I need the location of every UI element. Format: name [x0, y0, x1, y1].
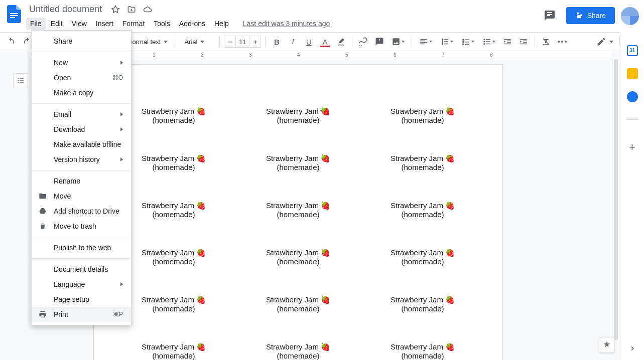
open-comments-button[interactable]: [541, 7, 558, 24]
label-cell[interactable]: Strawberry Jam 🍓(homemade): [360, 154, 485, 172]
menu-item-email[interactable]: Email: [32, 107, 131, 122]
menu-help[interactable]: Help: [210, 18, 233, 30]
menu-item-add-shortcut-to-drive[interactable]: Add shortcut to Drive: [32, 204, 131, 219]
label-cell[interactable]: Strawberry Jam 🍓(homemade): [360, 342, 485, 360]
add-addon-button[interactable]: +: [629, 141, 635, 154]
strawberry-icon: 🍓: [196, 295, 206, 304]
more-tools-button[interactable]: [555, 35, 569, 49]
insert-comment-button[interactable]: [372, 35, 387, 49]
menu-item-language[interactable]: Language: [32, 277, 131, 292]
submenu-arrow-icon: [120, 157, 123, 161]
clear-formatting-button[interactable]: [539, 35, 553, 49]
menu-item-label: Page setup: [54, 295, 89, 303]
menu-item-new[interactable]: New: [32, 55, 131, 70]
label-cell[interactable]: Strawberry Jam 🍓(homemade): [236, 154, 360, 172]
share-button[interactable]: Share: [566, 7, 615, 24]
drive-icon: [39, 207, 48, 215]
label-cell[interactable]: Strawberry Jam 🍓(homemade): [236, 248, 360, 266]
editing-mode-button[interactable]: [596, 37, 613, 47]
menu-item-label: Email: [54, 110, 71, 118]
strawberry-icon: 🍓: [321, 295, 330, 304]
menu-item-rename[interactable]: Rename: [32, 173, 131, 189]
align-button[interactable]: [416, 35, 435, 49]
menu-insert[interactable]: Insert: [92, 18, 117, 30]
highlight-button[interactable]: [334, 35, 348, 49]
label-cell[interactable]: Strawberry Jam 🍓(homemade): [360, 201, 485, 219]
docs-logo[interactable]: [4, 4, 24, 24]
line-spacing-button[interactable]: [437, 35, 456, 49]
move-to-folder-icon[interactable]: [127, 5, 136, 14]
app-header: Untitled document File Edit View Insert …: [0, 0, 644, 32]
menu-addons[interactable]: Add-ons: [175, 18, 209, 30]
menu-item-publish-to-the-web[interactable]: Publish to the web: [32, 240, 131, 255]
menu-item-page-setup[interactable]: Page setup: [32, 292, 131, 307]
menu-view[interactable]: View: [68, 18, 91, 30]
undo-button[interactable]: [4, 35, 18, 49]
strawberry-icon: 🍓: [196, 248, 206, 257]
ruler-tick: 1: [153, 52, 156, 58]
show-outline-button[interactable]: [13, 73, 28, 88]
strawberry-icon: 🍓: [445, 342, 455, 351]
star-icon[interactable]: [111, 5, 120, 14]
insert-link-button[interactable]: [356, 35, 370, 49]
document-page[interactable]: Strawberry Jam 🍓(homemade)Strawberry Jam…: [93, 64, 503, 360]
vertical-scrollbar[interactable]: [614, 59, 618, 340]
menu-edit[interactable]: Edit: [47, 18, 67, 30]
menu-item-download[interactable]: Download: [32, 122, 131, 137]
label-cell[interactable]: Strawberry Jam 🍓(homemade): [111, 342, 236, 360]
explore-button[interactable]: [599, 337, 615, 353]
label-cell[interactable]: Strawberry Jam 🍓(homemade): [236, 107, 360, 125]
underline-button[interactable]: U: [302, 35, 316, 49]
menu-item-open[interactable]: Open⌘O: [32, 70, 131, 85]
label-cell[interactable]: Strawberry Jam 🍓(homemade): [360, 295, 485, 313]
document-title[interactable]: Untitled document: [26, 3, 105, 16]
menu-item-label: Document details: [54, 265, 108, 273]
menu-item-label: Publish to the web: [54, 244, 111, 252]
menu-file[interactable]: File: [26, 18, 46, 30]
menu-item-label: Language: [54, 280, 85, 288]
checklist-button[interactable]: [458, 35, 477, 49]
font-size-increase[interactable]: +: [249, 38, 261, 46]
keep-app-icon[interactable]: [627, 68, 638, 79]
side-panel: 31 +: [620, 32, 644, 360]
menu-item-make-available-offline[interactable]: Make available offline: [32, 137, 131, 152]
menu-item-share[interactable]: Share: [32, 34, 131, 49]
menu-item-make-a-copy[interactable]: Make a copy: [32, 85, 131, 100]
insert-image-button[interactable]: [389, 35, 408, 49]
menu-item-version-history[interactable]: Version history: [32, 152, 131, 167]
bulleted-list-button[interactable]: [479, 35, 498, 49]
decrease-indent-button[interactable]: [500, 35, 514, 49]
file-menu-dropdown: ShareNewOpen⌘OMake a copyEmailDownloadMa…: [31, 30, 132, 325]
menu-bar: File Edit View Insert Format Tools Add-o…: [26, 18, 330, 30]
cloud-status-icon[interactable]: [143, 5, 152, 14]
strawberry-icon: 🍓: [445, 201, 455, 210]
menu-item-move[interactable]: Move: [32, 189, 131, 204]
font-family-select[interactable]: Arial: [180, 38, 215, 46]
svg-point-8: [558, 41, 560, 43]
account-avatar[interactable]: [621, 7, 639, 25]
menu-item-print[interactable]: Print⌘P: [32, 307, 131, 322]
menu-item-move-to-trash[interactable]: Move to trash: [32, 219, 131, 234]
menu-item-label: Open: [54, 74, 71, 82]
font-size-decrease[interactable]: −: [224, 38, 235, 46]
font-size-control: − 11 +: [224, 36, 261, 48]
label-cell[interactable]: Strawberry Jam 🍓(homemade): [236, 342, 360, 360]
italic-button[interactable]: I: [286, 35, 300, 49]
menu-item-label: Rename: [54, 177, 80, 185]
calendar-app-icon[interactable]: 31: [627, 45, 638, 56]
menu-format[interactable]: Format: [118, 18, 149, 30]
label-cell[interactable]: Strawberry Jam 🍓(homemade): [360, 107, 485, 125]
text-color-button[interactable]: A: [318, 35, 332, 49]
label-cell[interactable]: Strawberry Jam 🍓(homemade): [360, 248, 485, 266]
font-size-value[interactable]: 11: [235, 36, 249, 47]
increase-indent-button[interactable]: [517, 35, 531, 49]
bold-button[interactable]: B: [270, 35, 284, 49]
menu-item-document-details[interactable]: Document details: [32, 262, 131, 277]
label-cell[interactable]: Strawberry Jam 🍓(homemade): [236, 201, 360, 219]
menu-tools[interactable]: Tools: [150, 18, 174, 30]
hide-side-panel-button[interactable]: [629, 345, 636, 352]
tasks-app-icon[interactable]: [627, 91, 638, 102]
svg-point-9: [561, 41, 563, 43]
last-edit-link[interactable]: Last edit was 3 minutes ago: [243, 18, 330, 30]
label-cell[interactable]: Strawberry Jam 🍓(homemade): [236, 295, 360, 313]
